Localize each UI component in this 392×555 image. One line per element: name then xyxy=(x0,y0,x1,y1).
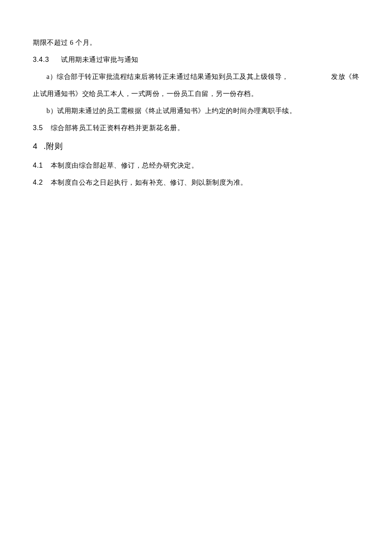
item-3-4-3: 3.4.3 试用期未通过审批与通知 xyxy=(33,55,359,65)
section-4-heading: 4 .附则 xyxy=(33,140,359,153)
text-left: a）综合部于转正审批流程结束后将转正未通过结果通知到员工及其上级领导， xyxy=(33,72,289,82)
item-3-5: 3.5 综合部将员工转正资料存档并更新花名册。 xyxy=(33,123,359,133)
item-number: 3.4.3 xyxy=(33,55,49,65)
document-content: 期限不超过 6 个月。 3.4.3 试用期未通过审批与通知 a）综合部于转正审批… xyxy=(0,0,392,188)
item-text: 本制度自公布之日起执行，如有补充、修订、则以新制度为准。 xyxy=(51,177,248,188)
item-number: 4.2 xyxy=(33,177,43,188)
item-text: 试用期未通过审批与通知 xyxy=(61,55,138,65)
item-4-1: 4.1 本制度由综合部起草、修订，总经办研究决定。 xyxy=(33,160,359,171)
section-title: .附则 xyxy=(44,140,63,153)
item-text: 综合部将员工转正资料存档并更新花名册。 xyxy=(51,123,184,133)
item-number: 3.5 xyxy=(33,123,43,133)
sub-item-b: b）试用期未通过的员工需根据《终止试用通知书》上约定的时间办理离职手续。 xyxy=(33,106,359,116)
text-line: b）试用期未通过的员工需根据《终止试用通知书》上约定的时间办理离职手续。 xyxy=(46,107,296,114)
item-text: 本制度由综合部起草、修订，总经办研究决定。 xyxy=(51,160,199,171)
section-number: 4 xyxy=(33,140,38,153)
sub-item-a-line2: 止试用通知书》交给员工本人，一式两份，一份员工自留，另一份存档。 xyxy=(33,89,359,99)
paragraph-continuation: 期限不超过 6 个月。 xyxy=(33,38,359,48)
text-right: 发放《终 xyxy=(331,72,359,82)
text-line: 止试用通知书》交给员工本人，一式两份，一份员工自留，另一份存档。 xyxy=(33,90,258,97)
sub-item-a-line1: a）综合部于转正审批流程结束后将转正未通过结果通知到员工及其上级领导， 发放《终 xyxy=(33,72,359,82)
text-line: 期限不超过 6 个月。 xyxy=(33,39,97,46)
item-4-2: 4.2 本制度自公布之日起执行，如有补充、修订、则以新制度为准。 xyxy=(33,177,359,188)
item-number: 4.1 xyxy=(33,160,43,171)
